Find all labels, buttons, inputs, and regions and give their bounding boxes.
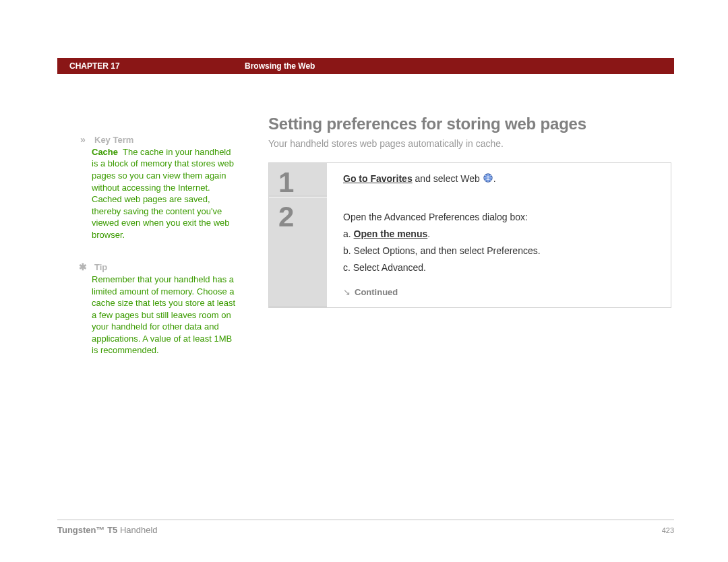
tip-marker-icon: ✱ xyxy=(77,261,89,274)
step-row: 1 Go to Favorites and select Web . xyxy=(269,163,671,197)
product-name-rest: Handheld xyxy=(117,525,157,535)
step1-text-tail: . xyxy=(493,173,496,184)
sidebar: »Key Term Cache The cache in your handhe… xyxy=(92,133,239,377)
go-to-favorites-link[interactable]: Go to Favorites xyxy=(343,173,413,184)
chapter-header-bar: CHAPTER 17 Browsing the Web xyxy=(57,58,674,74)
tip-body: Remember that your handheld has a limite… xyxy=(92,274,239,356)
step2-intro: Open the Advanced Preferences dialog box… xyxy=(343,211,659,224)
main-content: Setting preferences for storing web page… xyxy=(268,113,674,308)
key-term-definition: The cache in your handheld is a block of… xyxy=(92,147,234,240)
section-intro: Your handheld stores web pages automatic… xyxy=(268,137,674,150)
step2-sub-b: b. Select Options, and then select Prefe… xyxy=(343,245,659,257)
sub-a-tail: . xyxy=(427,228,430,239)
step-number: 1 xyxy=(269,163,327,197)
key-term-name: Cache xyxy=(92,147,118,157)
steps-box: 1 Go to Favorites and select Web . 2 Ope… xyxy=(268,162,671,308)
page-number: 423 xyxy=(662,526,674,536)
step-row: 2 Open the Advanced Preferences dialog b… xyxy=(269,197,671,307)
key-term-block: »Key Term Cache The cache in your handhe… xyxy=(92,133,239,241)
document-page: CHAPTER 17 Browsing the Web »Key Term Ca… xyxy=(0,0,728,562)
step2-sub-a: a. Open the menus. xyxy=(343,228,659,241)
key-term-body: Cache The cache in your handheld is a bl… xyxy=(92,146,239,241)
section-heading: Setting preferences for storing web page… xyxy=(268,113,674,135)
web-globe-icon xyxy=(483,173,493,187)
product-name: Tungsten™ T5 Handheld xyxy=(57,524,158,536)
page-footer: Tungsten™ T5 Handheld 423 xyxy=(57,520,674,536)
step-body: Open the Advanced Preferences dialog box… xyxy=(327,197,671,307)
continued-label: Continued xyxy=(343,286,659,299)
product-name-bold: Tungsten™ T5 xyxy=(57,525,117,535)
key-term-marker-icon: » xyxy=(77,133,89,146)
chapter-title: Browsing the Web xyxy=(245,61,315,71)
sub-a-prefix: a. xyxy=(343,228,354,239)
chapter-label: CHAPTER 17 xyxy=(57,61,245,71)
step2-sub-c: c. Select Advanced. xyxy=(343,261,659,274)
tip-heading-row: ✱Tip xyxy=(92,261,239,274)
tip-heading: Tip xyxy=(94,262,107,272)
step-body: Go to Favorites and select Web . xyxy=(327,163,671,197)
open-the-menus-link[interactable]: Open the menus xyxy=(354,228,428,239)
step1-text-mid: and select Web xyxy=(413,173,483,184)
key-term-heading-row: »Key Term xyxy=(92,133,239,146)
key-term-heading: Key Term xyxy=(94,135,133,145)
step-number: 2 xyxy=(269,197,327,307)
tip-block: ✱Tip Remember that your handheld has a l… xyxy=(92,261,239,356)
